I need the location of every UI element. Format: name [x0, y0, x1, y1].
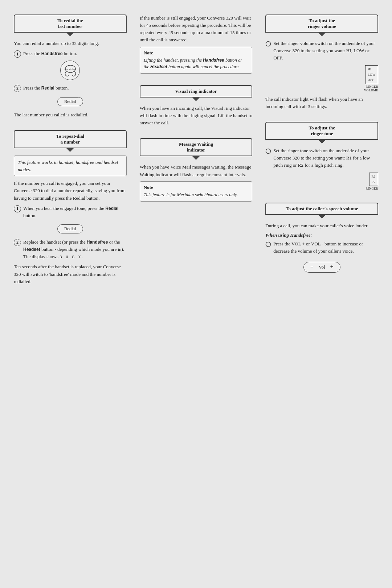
handsfree-svg: Handsfree	[61, 61, 80, 80]
handsfree-text: Handsfree	[41, 51, 63, 56]
section-message-waiting: Message Waiting indicator When you have …	[140, 138, 253, 204]
repeat-step1-text: When you hear the engaged tone, press th…	[23, 205, 127, 219]
ringer-volume-header: To adjust the ringer volume	[265, 15, 378, 33]
caller-speech-header-text: To adjust the caller's speech volume	[286, 206, 358, 211]
caller-speech-header: To adjust the caller's speech volume	[265, 203, 378, 215]
section-ringer-volume: To adjust the ringer volume Set the ring…	[265, 15, 378, 113]
ringer-tone-header-wrap: To adjust the ringer tone	[265, 122, 378, 140]
step1-number: 1	[14, 50, 21, 58]
caller-speech-when-label: When using Handsfree:	[265, 232, 378, 238]
ringer-volume-switch: HI LOW OFF RINGERVOLUME	[265, 65, 378, 92]
caller-speech-bullet: Press the VOL + or VOL - button to incre…	[265, 240, 378, 255]
svg-point-3	[266, 149, 271, 153]
engaged-note-title: Note	[144, 50, 249, 56]
ringer-volume-switch-label: RINGERVOLUME	[364, 85, 378, 92]
repeat-dial-intro: If the number you call is engaged, you c…	[14, 180, 127, 202]
repeat-step2-text: Replace the handset (or press the Handsf…	[23, 239, 127, 260]
visual-ring-text: When you have an incoming call, the Visu…	[140, 105, 253, 127]
message-waiting-note-title: Note	[144, 185, 249, 190]
page-layout: To redial the last number You can redial…	[7, 11, 385, 292]
ringer-volume-header-text: To adjust the ringer volume	[308, 18, 336, 29]
message-waiting-note-body: This feature is for Meridian switchboard…	[144, 191, 249, 198]
step2-text: Press the Redial button.	[23, 84, 69, 92]
engaged-note-box: Note Lifting the handset, pressing the H…	[140, 47, 253, 74]
svg-point-2	[266, 42, 271, 46]
svg-text:Handsfree: Handsfree	[65, 68, 76, 71]
repeat-step2-number: 2	[14, 239, 21, 246]
caller-speech-header-wrap: To adjust the caller's speech volume	[265, 203, 378, 215]
ringer-tone-bullet: Set the ringer tone switch on the unders…	[265, 147, 378, 169]
ringer-volume-header-wrap: To adjust the ringer volume	[265, 15, 378, 33]
handsfree-icon-wrap: Handsfree	[14, 61, 127, 82]
ringer-volume-bullet: Set the ringer volume switch on the unde…	[265, 40, 378, 62]
ringer-volume-switch-diagram: HI LOW OFF	[365, 65, 378, 84]
section-caller-speech: To adjust the caller's speech volume Dur…	[265, 203, 378, 279]
repeat-dial-header-wrap: To repeat-dial a number	[14, 130, 127, 148]
visual-ring-header-text: Visual ring indicator	[175, 88, 217, 94]
section-engaged-info: If the number is still engaged, your Con…	[140, 15, 253, 76]
repeat-redial-ref: Redial	[105, 206, 118, 211]
section-ringer-tone: To adjust the ringer tone Set the ringer…	[265, 122, 378, 194]
message-waiting-header-text: Message Waiting indicator	[179, 141, 213, 153]
circle-bullet-icon	[265, 41, 271, 47]
message-waiting-text: When you have Voice Mail messages waitin…	[140, 163, 253, 178]
redial-btn-wrap: Redial	[14, 95, 127, 108]
vol-button[interactable]: − Vol +	[303, 262, 340, 273]
redial-last-header-text: To redial the last number	[57, 18, 83, 29]
redial-last-result: The last number you called is redialled.	[14, 111, 127, 119]
ringer-tone-switch-diagram: R1 R2	[369, 173, 379, 186]
repeat-dial-italic-box: This feature works in handset, handsfree…	[14, 156, 127, 176]
vol-label: Vol	[319, 264, 325, 270]
svg-point-4	[266, 242, 271, 247]
ringer-tone-bullet-text: Set the ringer tone switch on the unders…	[273, 147, 378, 169]
circle-bullet-icon-2	[265, 148, 271, 154]
redial-ref-text: Redial	[41, 86, 54, 91]
vol-plus: +	[330, 264, 334, 270]
ringer-tone-header: To adjust the ringer tone	[265, 122, 378, 140]
section-visual-ring: Visual ring indicator When you have an i…	[140, 85, 253, 129]
redial-button[interactable]: Redial	[57, 97, 83, 106]
handsfree-icon: Handsfree	[60, 61, 80, 80]
column-2: If the number is still engaged, your Con…	[133, 11, 259, 292]
message-waiting-header: Message Waiting indicator	[140, 138, 253, 156]
repeat-dial-header-text: To repeat-dial a number	[56, 133, 85, 145]
vol-btn-wrap: − Vol +	[265, 259, 378, 276]
repeat-redial-btn-wrap: Redial	[14, 222, 127, 236]
circle-bullet-icon-3	[265, 241, 271, 247]
redial-last-step2: 2 Press the Redial button.	[14, 84, 127, 92]
column-3: To adjust the ringer volume Set the ring…	[259, 11, 385, 292]
ringer-tone-switch: R1 R2 RINGER	[265, 173, 378, 190]
step1-text: Press the Handsfree button.	[23, 50, 77, 57]
ringer-volume-bullet-text: Set the ringer volume switch on the unde…	[273, 40, 378, 62]
column-1: To redial the last number You can redial…	[7, 11, 133, 292]
redial-last-intro: You can redial a number up to 32 digits …	[14, 40, 127, 47]
redial-last-header: To redial the last number	[14, 15, 127, 33]
caller-speech-bullet-text: Press the VOL + or VOL - button to incre…	[273, 240, 378, 255]
message-waiting-header-wrap: Message Waiting indicator	[140, 138, 253, 156]
repeat-dial-header: To repeat-dial a number	[14, 130, 127, 148]
section-repeat-dial: To repeat-dial a number This feature wor…	[14, 130, 127, 288]
busy-display: B U S Y	[60, 255, 81, 259]
caller-speech-intro: During a call, you can make your caller'…	[265, 222, 378, 229]
redial-last-header-wrap: To redial the last number	[14, 15, 127, 33]
ringer-volume-result: The call indicator light will flash when…	[265, 96, 378, 110]
redial-last-step1: 1 Press the Handsfree button.	[14, 50, 127, 58]
repeat-dial-result: Ten seconds after the handset is replace…	[14, 263, 127, 285]
repeat-redial-button[interactable]: Redial	[57, 224, 83, 233]
vol-minus: −	[310, 264, 314, 270]
visual-ring-header-wrap: Visual ring indicator	[140, 85, 253, 98]
ringer-tone-switch-label: RINGER	[366, 187, 378, 190]
repeat-dial-step1: 1 When you hear the engaged tone, press …	[14, 205, 127, 219]
visual-ring-header: Visual ring indicator	[140, 85, 253, 98]
repeat-dial-step2: 2 Replace the handset (or press the Hand…	[14, 239, 127, 260]
ringer-tone-header-text: To adjust the ringer tone	[309, 125, 335, 136]
repeat-dial-italic-text: This feature works in handset, handsfree…	[18, 159, 123, 173]
engaged-note-body: Lifting the handset, pressing the Handsf…	[144, 57, 249, 71]
engaged-info-text: If the number is still engaged, your Con…	[140, 15, 253, 44]
step2-number: 2	[14, 85, 21, 92]
repeat-step1-number: 1	[14, 205, 21, 212]
section-redial-last: To redial the last number You can redial…	[14, 15, 127, 121]
message-waiting-note-box: Note This feature is for Meridian switch…	[140, 181, 253, 202]
